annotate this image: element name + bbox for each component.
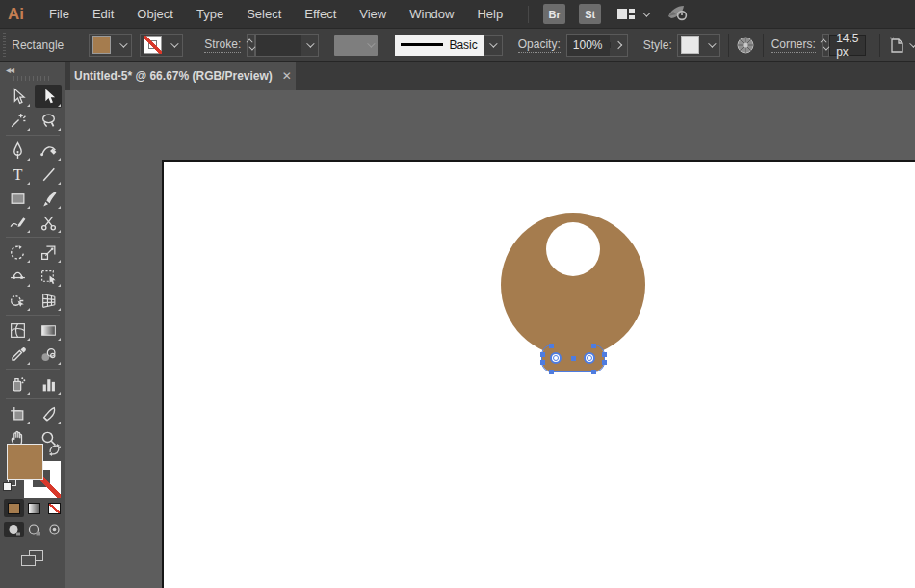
- tool-separator: [6, 398, 60, 399]
- draw-inside-button[interactable]: [44, 522, 65, 537]
- tool-separator: [6, 369, 60, 370]
- symbol-sprayer-tool[interactable]: [4, 372, 31, 396]
- slice-tool[interactable]: [35, 402, 62, 425]
- anchor-point[interactable]: [602, 360, 607, 365]
- menu-file[interactable]: File: [38, 0, 81, 29]
- type-tool[interactable]: T: [4, 163, 31, 186]
- workspace-switcher-icon: [617, 9, 627, 19]
- corners-label[interactable]: Corners:: [771, 38, 816, 53]
- curvature-tool[interactable]: [35, 139, 62, 162]
- anchor-point[interactable]: [540, 352, 545, 357]
- menu-view[interactable]: View: [348, 0, 398, 29]
- stroke-weight-select[interactable]: [255, 34, 319, 57]
- tool-grid: T: [2, 85, 64, 450]
- eyedropper-tool[interactable]: [4, 343, 31, 366]
- menu-object[interactable]: Object: [125, 0, 185, 29]
- anchor-point[interactable]: [591, 370, 596, 374]
- color-mode-button[interactable]: [4, 499, 24, 517]
- width-tool[interactable]: [4, 265, 31, 288]
- chevron-down-icon[interactable]: [642, 9, 650, 16]
- shape-properties-icon: [887, 36, 906, 55]
- menu-help[interactable]: Help: [465, 0, 514, 29]
- brush-definition-select[interactable]: Basic: [395, 35, 503, 56]
- corners-input[interactable]: 14.5 px: [829, 35, 865, 56]
- line-segment-tool[interactable]: [35, 163, 62, 186]
- corners-stepper[interactable]: [822, 34, 829, 57]
- object-center-point[interactable]: [571, 356, 576, 361]
- rectangle-tool[interactable]: [4, 187, 31, 210]
- artwork-circle-hole[interactable]: [546, 222, 600, 276]
- mesh-tool[interactable]: [4, 319, 31, 342]
- draw-behind-button[interactable]: [24, 522, 44, 537]
- artboard-tool[interactable]: [4, 402, 31, 425]
- document-tab[interactable]: Untitled-5* @ 66.67% (RGB/Preview) ✕: [70, 62, 296, 90]
- anchor-point[interactable]: [591, 344, 596, 348]
- rotate-tool[interactable]: [4, 241, 31, 264]
- menu-edit[interactable]: Edit: [81, 0, 125, 29]
- live-corner-widget[interactable]: [550, 352, 562, 364]
- column-graph-tool[interactable]: [35, 372, 62, 396]
- direct-selection-tool[interactable]: [35, 85, 62, 108]
- canvas-pasteboard: [65, 90, 915, 588]
- width-profile-select: [334, 35, 378, 56]
- fill-color-proxy[interactable]: [7, 444, 43, 480]
- lasso-tool[interactable]: [35, 109, 62, 132]
- opacity-options-button[interactable]: [610, 42, 627, 48]
- collapse-panel-button[interactable]: ◂◂: [6, 64, 13, 75]
- brush-stroke-preview: [401, 43, 444, 46]
- chevron-down-icon: [708, 39, 716, 47]
- color-swatch: [8, 503, 20, 514]
- brush-name: Basic: [449, 38, 477, 52]
- stock-button[interactable]: St: [579, 4, 601, 24]
- scissors-tool[interactable]: [35, 211, 62, 234]
- change-screen-mode-button[interactable]: [21, 550, 44, 568]
- workspace-switcher[interactable]: [617, 9, 635, 19]
- menu-select[interactable]: Select: [235, 0, 293, 29]
- chevron-down-icon: [306, 39, 314, 47]
- fill-color-dropdown[interactable]: [89, 34, 132, 57]
- fill-swatch: [92, 36, 111, 54]
- menu-effect[interactable]: Effect: [293, 0, 348, 29]
- none-mode-button[interactable]: [44, 499, 65, 517]
- tools-panel-grip[interactable]: [13, 76, 52, 81]
- blend-tool[interactable]: [35, 343, 62, 366]
- perspective-grid-tool[interactable]: [35, 289, 62, 312]
- selection-tool[interactable]: [4, 85, 31, 108]
- swap-fill-stroke-button[interactable]: [47, 443, 62, 461]
- live-corner-widget[interactable]: [584, 352, 595, 364]
- recolor-artwork-button[interactable]: [736, 36, 755, 55]
- workspace-switcher-icon-panes: [629, 9, 635, 19]
- stroke-weight-label[interactable]: Stroke:: [204, 38, 241, 53]
- gpu-performance-button[interactable]: [666, 3, 689, 26]
- draw-normal-button[interactable]: [4, 522, 24, 537]
- opacity-control[interactable]: 100%: [566, 34, 628, 57]
- gradient-tool[interactable]: [35, 319, 62, 342]
- paintbrush-tool[interactable]: [35, 187, 62, 210]
- scale-tool[interactable]: [35, 241, 62, 264]
- gradient-mode-button[interactable]: [24, 499, 44, 517]
- stroke-color-dropdown[interactable]: [140, 34, 183, 57]
- stroke-none-swatch: [144, 36, 162, 54]
- free-transform-tool[interactable]: [35, 265, 62, 288]
- chevron-down-icon: [909, 39, 915, 47]
- menu-type[interactable]: Type: [185, 0, 235, 29]
- menu-window[interactable]: Window: [398, 0, 465, 29]
- anchor-point[interactable]: [540, 360, 545, 365]
- anchor-point[interactable]: [602, 352, 607, 357]
- control-bar-grip[interactable]: [3, 33, 6, 58]
- shaper-tool[interactable]: [4, 211, 31, 234]
- opacity-input[interactable]: 100%: [567, 35, 610, 56]
- shape-builder-tool[interactable]: [4, 289, 31, 312]
- shape-properties-button[interactable]: [887, 36, 915, 55]
- opacity-label[interactable]: Opacity:: [518, 38, 561, 53]
- stroke-weight-stepper[interactable]: [247, 34, 254, 57]
- anchor-point[interactable]: [549, 344, 554, 348]
- control-bar: Rectangle Stroke: Basic: [0, 29, 915, 62]
- bridge-button[interactable]: Br: [543, 4, 565, 24]
- anchor-point[interactable]: [549, 370, 554, 374]
- graphic-style-select[interactable]: [677, 34, 720, 57]
- chevron-right-icon: [614, 40, 622, 48]
- close-icon[interactable]: ✕: [282, 69, 292, 83]
- magic-wand-tool[interactable]: [4, 109, 31, 132]
- pen-tool[interactable]: [4, 139, 31, 162]
